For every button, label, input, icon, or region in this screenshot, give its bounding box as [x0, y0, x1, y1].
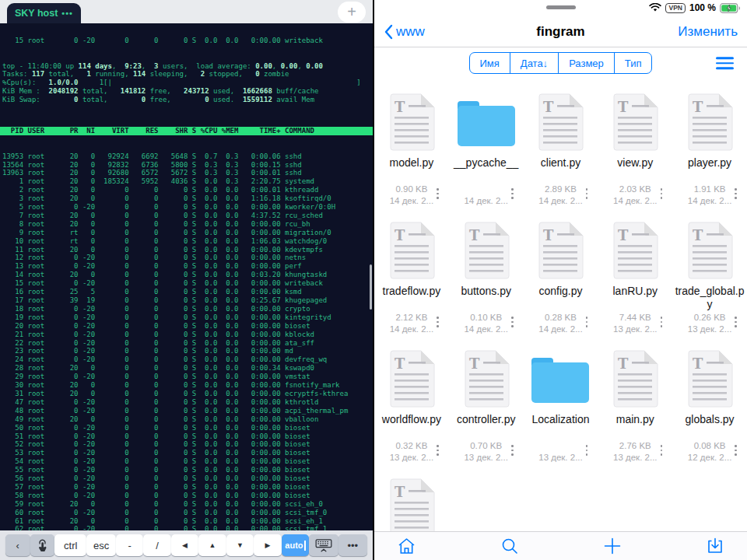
ipad-split-screen: SKY host ••• + 15 root 0 -20 0 0 0 S 0.0…: [0, 0, 747, 560]
process-row: 13953 root 20 0 92924 6692 5648 S 0.7 0.…: [2, 152, 373, 161]
edit-button[interactable]: Изменить: [678, 24, 738, 40]
item-menu-dots-icon[interactable]: [586, 317, 588, 327]
file-item[interactable]: Tview.py2.03 KB14 дек. 2...: [598, 90, 672, 219]
folder-item[interactable]: Localization13 дек. 2...: [524, 347, 598, 475]
tab-menu-dots-icon[interactable]: •••: [61, 9, 73, 18]
arrow-up-key[interactable]: ▲: [198, 534, 226, 556]
item-date: 14 дек. 2...: [464, 324, 508, 335]
folder-icon: [458, 100, 515, 148]
item-size: 0.28 KB: [538, 312, 583, 324]
wifi-icon: [649, 3, 661, 12]
home-button[interactable]: [398, 537, 416, 555]
ctrl-key[interactable]: ctrl: [54, 534, 86, 556]
terminal-output[interactable]: 15 root 0 -20 0 0 0 S 0.0 0.0 0:00.00 wr…: [0, 23, 373, 530]
item-menu-dots-icon[interactable]: [661, 445, 663, 456]
dash-key[interactable]: -: [116, 534, 143, 556]
back-chevron-key[interactable]: ‹: [5, 534, 30, 556]
item-menu-dots-icon[interactable]: [511, 445, 514, 456]
item-menu-dots-icon[interactable]: [437, 188, 439, 199]
sort-segment-size[interactable]: Размер: [559, 53, 615, 73]
item-menu-dots-icon[interactable]: [437, 317, 439, 327]
sort-segment-name[interactable]: Имя: [470, 53, 510, 73]
item-menu-dots-icon[interactable]: [511, 188, 514, 199]
item-meta: 7.44 KB13 дек. 2...: [613, 312, 658, 334]
item-menu-dots-icon[interactable]: [437, 445, 439, 456]
slash-key[interactable]: /: [143, 534, 170, 556]
item-name: controller.py: [457, 413, 515, 440]
arrow-right-key[interactable]: ▶: [254, 534, 281, 556]
item-name: worldflow.py: [382, 413, 441, 440]
view-options-icon[interactable]: [716, 54, 734, 72]
process-row: 11 root 20 0 0 0 0 S 0.0 0.0 0:00.00 kde…: [2, 246, 373, 254]
item-menu-dots-icon[interactable]: [661, 188, 663, 199]
item-menu-dots-icon[interactable]: [735, 188, 737, 199]
arrow-left-key[interactable]: ◀: [171, 534, 198, 556]
search-button[interactable]: [501, 537, 518, 555]
touch-mode-key[interactable]: [30, 534, 55, 556]
item-menu-dots-icon[interactable]: [735, 317, 737, 327]
esc-key[interactable]: esc: [86, 534, 115, 556]
item-name: model.py: [389, 156, 433, 184]
item-menu-dots-icon[interactable]: [735, 445, 737, 456]
file-item[interactable]: Tbuttons.py0.10 KB14 дек. 2...: [449, 219, 524, 347]
item-size: 0.32 KB: [390, 440, 434, 452]
file-item[interactable]: TlanRU.py7.44 KB13 дек. 2...: [598, 219, 672, 347]
terminal-scrollbar[interactable]: [370, 264, 372, 310]
back-button[interactable]: www: [384, 24, 425, 40]
back-button-label: www: [396, 24, 425, 40]
item-menu-dots-icon[interactable]: [511, 317, 514, 327]
svg-text:T: T: [395, 484, 405, 500]
sort-segment-date[interactable]: Дата↓: [510, 53, 559, 73]
process-row: 17 root 39 19 0 0 0 S 0.0 0.0 0:25.67 kh…: [2, 296, 373, 305]
dismiss-keyboard-key[interactable]: [309, 534, 338, 556]
svg-text:T: T: [395, 355, 405, 372]
process-row: 49 root 20 0 0 0 0 S 0.0 0.0 0:00.00 vba…: [2, 415, 373, 424]
file-item[interactable]: Tworldflow.py0.32 KB13 дек. 2...: [374, 347, 449, 475]
download-button[interactable]: [707, 537, 724, 555]
more-key[interactable]: •••: [338, 534, 367, 556]
document-icon: T: [686, 350, 733, 408]
file-item[interactable]: Tmodel.py0.90 KB14 дек. 2...: [374, 90, 449, 219]
file-item[interactable]: T: [374, 475, 449, 531]
item-menu-dots-icon[interactable]: [586, 445, 588, 456]
file-item[interactable]: Tmain.py2.76 KB13 дек. 2...: [598, 347, 672, 475]
file-item[interactable]: Tglobals.py0.08 KB12 дек. 2...: [672, 347, 747, 475]
document-icon: T: [686, 93, 733, 151]
terminal-toolbar: ‹ctrlesc-/◀▲▼▶auto•••: [0, 530, 373, 560]
sort-segment-type[interactable]: Тип: [615, 53, 652, 73]
item-meta: 0.28 KB14 дек. 2...: [538, 312, 583, 334]
document-icon: T: [388, 350, 435, 408]
process-row: 16 root 25 5 0 0 0 S 0.0 0.0 0:00.00 ksm…: [2, 288, 373, 296]
document-icon: T: [537, 222, 584, 279]
file-item[interactable]: Tcontroller.py0.70 KB13 дек. 2...: [449, 347, 524, 475]
item-meta: 0.26 KB13 дек. 2...: [688, 312, 732, 334]
file-item[interactable]: Ttrade_global.py0.26 KB13 дек. 2...: [672, 219, 747, 347]
file-item[interactable]: Tplayer.py1.91 KB14 дек. 2...: [672, 90, 747, 219]
file-item[interactable]: Ttradeflow.py2.12 KB14 дек. 2...: [374, 219, 449, 347]
arrow-down-key[interactable]: ▼: [226, 534, 254, 556]
process-row: 20 root 0 -20 0 0 0 S 0.0 0.0 0:00.00 bi…: [2, 322, 373, 331]
files-app: VPN 100 % www fingram Изменить ИмяДата↓Р…: [374, 0, 747, 560]
split-view-grab-handle[interactable]: [546, 5, 576, 9]
item-meta: 2.03 KB14 дек. 2...: [613, 184, 658, 206]
item-menu-dots-icon[interactable]: [586, 188, 588, 199]
new-tab-button[interactable]: +: [338, 2, 366, 23]
process-row: 47 root 0 -20 0 0 0 S 0.0 0.0 0:00.00 kt…: [2, 398, 373, 407]
folder-item[interactable]: __pycache__14 дек. 2...: [449, 90, 524, 219]
auto-key[interactable]: auto: [282, 534, 309, 556]
process-row: 1 root 20 0 185324 5952 4036 S 0.0 0.3 2…: [2, 177, 373, 186]
item-name: tradeflow.py: [383, 285, 441, 312]
item-date: 14 дек. 2...: [688, 195, 732, 207]
process-row: 13963 root 20 0 92680 6572 5672 S 0.3 0.…: [2, 169, 373, 177]
terminal-tab-sky-host[interactable]: SKY host •••: [7, 3, 81, 23]
sort-segmented-control: ИмяДата↓РазмерТип: [469, 52, 653, 74]
file-item[interactable]: Tconfig.py0.28 KB14 дек. 2...: [524, 219, 598, 347]
add-button[interactable]: [604, 537, 621, 555]
process-table-header: PID USER PR NI VIRT RES SHR S %CPU %MEM …: [0, 127, 373, 135]
status-bar: VPN 100 %: [649, 2, 740, 13]
process-row: 31 root 20 0 0 0 0 S 0.0 0.0 0:00.00 ecr…: [2, 390, 373, 398]
item-menu-dots-icon[interactable]: [661, 317, 663, 327]
process-row: 12 root 0 -20 0 0 0 S 0.0 0.0 0:00.00 ne…: [2, 254, 373, 262]
item-size: [464, 184, 508, 195]
file-item[interactable]: Tclient.py2.89 KB14 дек. 2...: [524, 90, 598, 219]
